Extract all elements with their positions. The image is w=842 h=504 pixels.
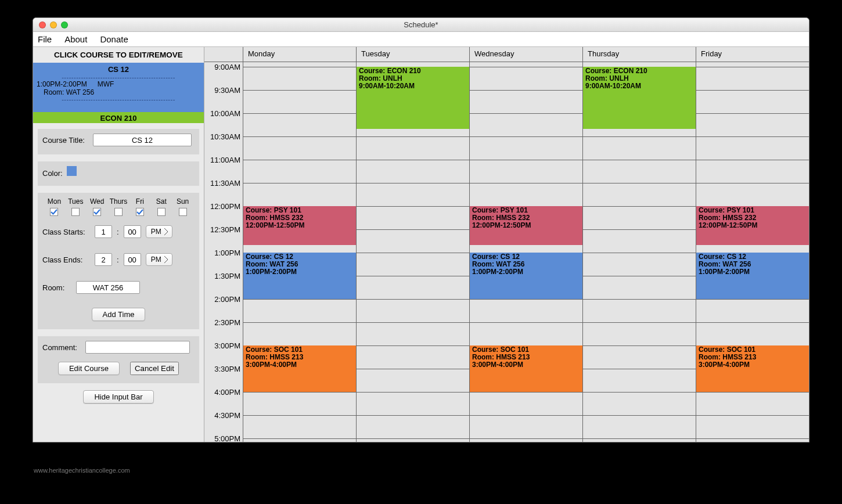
start-min-input[interactable]: [124, 225, 141, 238]
time-label: 12:00PM: [210, 202, 240, 211]
end-min-input[interactable]: [124, 253, 141, 266]
day-column-friday: Course: PSY 101Room: HMSS 23212:00PM-12:…: [696, 62, 809, 442]
window-title: Schedule*: [33, 20, 809, 29]
day-label: Fri: [136, 197, 144, 206]
time-label: 9:00AM: [214, 63, 240, 71]
course-card-cs12[interactable]: CS 12 ----------------------------------…: [33, 63, 204, 112]
calendar-event[interactable]: Course: CS 12Room: WAT 2561:00PM-2:00PM: [696, 253, 809, 299]
time-label: 2:00PM: [214, 295, 240, 304]
day-label: Tues: [68, 197, 83, 206]
hide-input-bar-button[interactable]: Hide Input Bar: [83, 390, 153, 404]
comment-input[interactable]: [85, 341, 190, 354]
day-header: Wednesday: [469, 47, 582, 62]
day-label: Sat: [156, 197, 167, 206]
day-header: Monday: [243, 47, 356, 62]
time-label: 5:00PM: [214, 434, 240, 442]
time-label: 10:30AM: [210, 132, 240, 141]
edit-form: Course Title: Color: MonTuesWedThursFriS…: [33, 123, 204, 442]
course-title-input[interactable]: [93, 134, 192, 146]
course-card-room: Room: WAT 256: [33, 88, 204, 96]
day-checkbox-thu[interactable]: [114, 208, 123, 216]
calendar-event[interactable]: Course: SOC 101Room: HMSS 2133:00PM-4:00…: [696, 345, 809, 392]
class-starts-label: Class Starts:: [42, 228, 90, 236]
day-checkbox-fri[interactable]: [136, 208, 144, 216]
day-columns: Course: PSY 101Room: HMSS 23212:00PM-12:…: [243, 62, 809, 442]
calendar-event[interactable]: Course: SOC 101Room: HMSS 2133:00PM-4:00…: [470, 345, 582, 392]
course-card-title: ECON 210: [33, 113, 204, 123]
time-label: 9:30AM: [214, 86, 240, 95]
day-label: Thurs: [110, 197, 128, 206]
day-header: Friday: [696, 47, 809, 62]
calendar-event[interactable]: Course: CS 12Room: WAT 2561:00PM-2:00PM: [470, 253, 582, 299]
time-label: 1:00PM: [214, 249, 240, 257]
menu-file[interactable]: File: [38, 34, 52, 44]
edit-course-button[interactable]: Edit Course: [58, 362, 120, 375]
comment-label: Comment:: [42, 343, 77, 352]
day-header: Thursday: [582, 47, 696, 62]
day-checkbox-sat[interactable]: [157, 208, 165, 216]
time-label: 1:30PM: [214, 272, 240, 280]
calendar: Monday Tuesday Wednesday Thursday Friday…: [204, 47, 809, 442]
course-title-label: Course Title:: [42, 136, 85, 145]
time-label: 10:00AM: [210, 109, 240, 118]
time-label: 4:00PM: [214, 388, 240, 397]
day-checkbox-sun[interactable]: [179, 208, 187, 216]
titlebar: Schedule*: [33, 18, 809, 32]
class-ends-label: Class Ends:: [42, 255, 90, 264]
calendar-event[interactable]: Course: PSY 101Room: HMSS 23212:00PM-12:…: [696, 206, 809, 245]
cancel-edit-button[interactable]: Cancel Edit: [130, 362, 179, 375]
day-checkbox-tue[interactable]: [71, 208, 80, 216]
sidebar-header: CLICK COURSE TO EDIT/REMOVE: [33, 47, 204, 63]
divider: ----------------------------------------…: [33, 75, 204, 80]
day-label: Sun: [177, 197, 189, 206]
watermark: www.heritagechristiancollege.com: [33, 442, 809, 478]
day-header: Tuesday: [356, 47, 469, 62]
day-checkbox-mon[interactable]: [50, 208, 58, 216]
sidebar: CLICK COURSE TO EDIT/REMOVE CS 12 ------…: [33, 47, 204, 442]
calendar-event[interactable]: Course: CS 12Room: WAT 2561:00PM-2:00PM: [243, 253, 356, 299]
calendar-header: Monday Tuesday Wednesday Thursday Friday: [204, 47, 809, 62]
app-window: Schedule* File About Donate CLICK COURSE…: [33, 17, 809, 442]
room-input[interactable]: [76, 281, 140, 294]
end-hour-input[interactable]: [95, 253, 112, 266]
start-ampm-select[interactable]: PM: [146, 225, 172, 238]
color-label: Color:: [42, 169, 63, 178]
calendar-event[interactable]: Course: ECON 210Room: UNLH9:00AM-10:20AM: [583, 67, 696, 129]
calendar-event[interactable]: Course: SOC 101Room: HMSS 2133:00PM-4:00…: [243, 345, 356, 392]
day-label: Wed: [90, 197, 104, 206]
start-hour-input[interactable]: [95, 225, 112, 238]
time-label: 12:30PM: [210, 225, 240, 234]
day-column-monday: Course: PSY 101Room: HMSS 23212:00PM-12:…: [243, 62, 356, 442]
calendar-event[interactable]: Course: ECON 210Room: UNLH9:00AM-10:20AM: [357, 67, 469, 129]
color-swatch[interactable]: [67, 166, 77, 176]
time-label: 3:30PM: [214, 365, 240, 373]
room-label: Room:: [42, 283, 71, 292]
course-card-time: 1:00PM-2:00PM: [37, 80, 87, 88]
divider: ----------------------------------------…: [33, 97, 204, 102]
menubar: File About Donate: [33, 32, 809, 47]
days-row: MonTuesWedThursFriSatSun: [42, 197, 195, 216]
day-column-tuesday: Course: ECON 210Room: UNLH9:00AM-10:20AM: [356, 62, 469, 442]
course-card-days: MWF: [98, 80, 114, 88]
course-card-title: CS 12: [33, 64, 204, 75]
add-time-button[interactable]: Add Time: [92, 308, 146, 321]
calendar-event[interactable]: Course: PSY 101Room: HMSS 23212:00PM-12:…: [243, 206, 356, 245]
menu-about[interactable]: About: [64, 34, 87, 44]
time-label: 11:00AM: [210, 156, 240, 164]
end-ampm-select[interactable]: PM: [146, 253, 172, 266]
calendar-event[interactable]: Course: PSY 101Room: HMSS 23212:00PM-12:…: [470, 206, 582, 245]
menu-donate[interactable]: Donate: [100, 34, 128, 44]
day-column-wednesday: Course: PSY 101Room: HMSS 23212:00PM-12:…: [469, 62, 582, 442]
time-label: 3:00PM: [214, 341, 240, 350]
day-checkbox-wed[interactable]: [93, 208, 101, 216]
time-label: 11:30AM: [210, 179, 240, 188]
day-label: Mon: [48, 197, 61, 206]
course-card-econ210[interactable]: ECON 210: [33, 112, 204, 123]
day-column-thursday: Course: ECON 210Room: UNLH9:00AM-10:20AM: [582, 62, 696, 442]
time-label: 4:30PM: [214, 411, 240, 420]
time-label: 2:30PM: [214, 318, 240, 327]
